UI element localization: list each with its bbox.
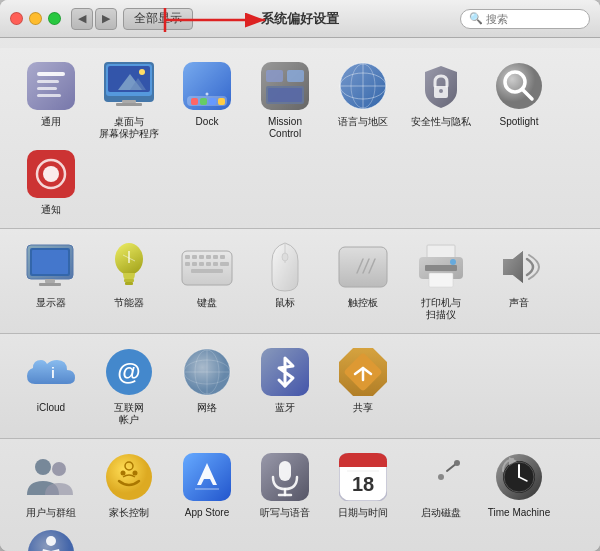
dictation-label: 听写与语音 xyxy=(260,507,310,519)
sidebar-item-language[interactable]: 语言与地区 xyxy=(324,56,402,132)
minimize-button[interactable] xyxy=(29,12,42,25)
sidebar-item-appstore[interactable]: App Store xyxy=(168,447,246,523)
timemachine-icon-box xyxy=(493,451,545,503)
svg-rect-49 xyxy=(124,279,134,282)
internet-label: 互联网帐户 xyxy=(114,402,144,426)
general-icon xyxy=(27,62,75,110)
svg-rect-46 xyxy=(45,279,55,283)
svg-point-77 xyxy=(450,259,456,265)
icloud-label: iCloud xyxy=(37,402,65,414)
datetime-icon-box: 18 xyxy=(337,451,389,503)
svg-point-95 xyxy=(121,471,126,476)
trackpad-svg-icon xyxy=(337,245,389,289)
system-icons-grid: 用户与群组 xyxy=(12,447,588,551)
svg-rect-61 xyxy=(192,262,197,266)
svg-rect-107 xyxy=(339,461,387,467)
users-icon-box xyxy=(25,451,77,503)
sidebar-item-parental[interactable]: 家长控制 xyxy=(90,447,168,523)
svg-point-68 xyxy=(282,253,288,261)
search-box[interactable]: 🔍 xyxy=(460,9,590,29)
sidebar-item-general[interactable]: 通用 xyxy=(12,56,90,132)
sidebar-item-energy[interactable]: 节能器 xyxy=(90,237,168,313)
window-title: 系统偏好设置 xyxy=(261,10,339,28)
sidebar-item-spotlight[interactable]: Spotlight xyxy=(480,56,558,132)
sidebar-item-keyboard[interactable]: 键盘 xyxy=(168,237,246,313)
svg-rect-21 xyxy=(209,98,216,105)
content-area: 通用 xyxy=(0,38,600,551)
internet-svg-icon: @ xyxy=(105,348,153,396)
mission-icon xyxy=(261,62,309,110)
svg-rect-69 xyxy=(339,247,387,287)
mission-icon-box xyxy=(259,60,311,112)
main-window: ◀ ▶ 全部显示 系统偏好设置 🔍 xyxy=(0,0,600,551)
startup-icon-box xyxy=(415,451,467,503)
svg-rect-102 xyxy=(279,461,291,481)
section-personal: 通用 xyxy=(0,48,600,229)
datetime-svg-icon: 18 xyxy=(339,453,387,501)
sidebar-item-share[interactable]: 共享 xyxy=(324,342,402,418)
maximize-button[interactable] xyxy=(48,12,61,25)
svg-text:i: i xyxy=(51,365,55,381)
mouse-icon-box xyxy=(259,241,311,293)
sidebar-item-desktop[interactable]: 桌面与屏幕保护程序 xyxy=(90,56,168,144)
sidebar-item-mouse[interactable]: 鼠标 xyxy=(246,237,324,313)
sidebar-item-trackpad[interactable]: 触控板 xyxy=(324,237,402,313)
svg-point-92 xyxy=(35,459,51,475)
desktop-icon xyxy=(104,62,154,110)
svg-rect-26 xyxy=(287,70,304,82)
forward-button[interactable]: ▶ xyxy=(95,8,117,30)
sidebar-item-notification[interactable]: 通知 xyxy=(12,144,90,220)
sound-icon-box xyxy=(493,241,545,293)
svg-text:@: @ xyxy=(117,358,140,385)
sidebar-item-printer[interactable]: 打印机与扫描仪 xyxy=(402,237,480,325)
network-svg-icon xyxy=(183,348,231,396)
svg-rect-63 xyxy=(206,262,211,266)
svg-rect-5 xyxy=(37,80,59,83)
back-button[interactable]: ◀ xyxy=(71,8,93,30)
mission-label: MissionControl xyxy=(268,116,302,140)
svg-rect-59 xyxy=(220,255,225,259)
dock-label: Dock xyxy=(196,116,219,128)
svg-rect-56 xyxy=(199,255,204,259)
sidebar-item-timemachine[interactable]: Time Machine xyxy=(480,447,558,523)
energy-icon-box xyxy=(103,241,155,293)
share-icon-box xyxy=(337,346,389,398)
sidebar-item-startup[interactable]: 启动磁盘 xyxy=(402,447,480,523)
parental-svg-icon xyxy=(105,453,153,501)
sidebar-item-security[interactable]: 安全性与隐私 xyxy=(402,56,480,132)
notification-label: 通知 xyxy=(41,204,61,216)
svg-rect-16 xyxy=(116,103,142,106)
bluetooth-icon-box xyxy=(259,346,311,398)
sidebar-item-network[interactable]: 网络 xyxy=(168,342,246,418)
svg-rect-62 xyxy=(199,262,204,266)
sidebar-item-bluetooth[interactable]: 蓝牙 xyxy=(246,342,324,418)
timemachine-label: Time Machine xyxy=(488,507,550,519)
sidebar-item-accessibility[interactable]: 辅助功能 xyxy=(12,523,90,551)
sidebar-item-sound[interactable]: 声音 xyxy=(480,237,558,313)
sidebar-item-icloud[interactable]: i iCloud xyxy=(12,342,90,418)
sidebar-item-internet[interactable]: @ 互联网帐户 xyxy=(90,342,168,430)
dictation-svg-icon xyxy=(261,453,309,501)
keyboard-svg-icon xyxy=(181,247,233,287)
internet-icon-box: @ xyxy=(103,346,155,398)
svg-rect-25 xyxy=(266,70,283,82)
language-icon xyxy=(339,62,387,110)
startup-svg-icon xyxy=(417,453,465,501)
sidebar-item-users[interactable]: 用户与群组 xyxy=(12,447,90,523)
svg-point-93 xyxy=(52,462,66,476)
sidebar-item-mission[interactable]: MissionControl xyxy=(246,56,324,144)
sidebar-item-display[interactable]: 显示器 xyxy=(12,237,90,313)
energy-label: 节能器 xyxy=(114,297,144,309)
svg-rect-57 xyxy=(206,255,211,259)
svg-rect-15 xyxy=(122,100,136,103)
close-button[interactable] xyxy=(10,12,23,25)
svg-point-36 xyxy=(439,89,443,93)
sidebar-item-dock[interactable]: Dock xyxy=(168,56,246,132)
appstore-icon-box xyxy=(181,451,233,503)
show-all-button[interactable]: 全部显示 xyxy=(123,8,193,30)
traffic-lights xyxy=(10,12,61,25)
search-input[interactable] xyxy=(486,13,581,25)
spotlight-icon-box xyxy=(493,60,545,112)
sidebar-item-dictation[interactable]: 听写与语音 xyxy=(246,447,324,523)
sidebar-item-datetime[interactable]: 18 日期与时间 xyxy=(324,447,402,523)
